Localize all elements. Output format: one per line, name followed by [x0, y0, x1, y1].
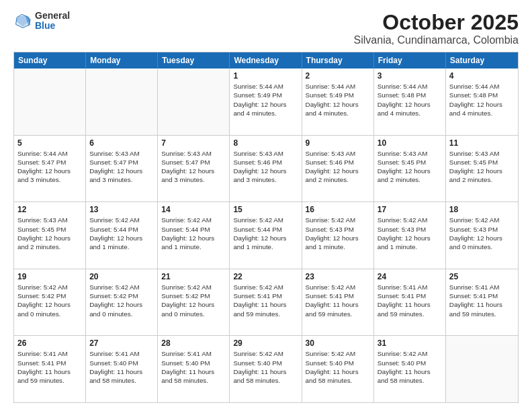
day-number: 1 [233, 71, 298, 81]
day-info: Sunrise: 5:42 AM Sunset: 5:41 PM Dayligh… [306, 283, 370, 318]
calendar-day-29: 29Sunrise: 5:42 AM Sunset: 5:40 PM Dayli… [230, 336, 302, 402]
day-info: Sunrise: 5:42 AM Sunset: 5:42 PM Dayligh… [161, 283, 226, 318]
header-day-monday: Monday [86, 52, 158, 68]
calendar-day-26: 26Sunrise: 5:41 AM Sunset: 5:41 PM Dayli… [14, 336, 86, 402]
day-info: Sunrise: 5:44 AM Sunset: 5:48 PM Dayligh… [378, 82, 442, 118]
day-info: Sunrise: 5:41 AM Sunset: 5:41 PM Dayligh… [449, 283, 515, 318]
logo-blue-text: Blue [35, 21, 70, 31]
day-number: 5 [17, 138, 82, 148]
day-number: 24 [378, 272, 442, 281]
calendar-day-1: 1Sunrise: 5:44 AM Sunset: 5:49 PM Daylig… [230, 68, 302, 135]
calendar-day-11: 11Sunrise: 5:43 AM Sunset: 5:45 PM Dayli… [446, 136, 518, 202]
day-number: 13 [89, 205, 154, 214]
day-info: Sunrise: 5:44 AM Sunset: 5:49 PM Dayligh… [233, 82, 298, 118]
header: General Blue October 2025 Silvania, Cund… [13, 11, 519, 46]
day-number: 15 [233, 205, 298, 214]
day-info: Sunrise: 5:43 AM Sunset: 5:45 PM Dayligh… [17, 216, 82, 251]
day-number: 12 [17, 205, 82, 214]
logo: General Blue [13, 11, 70, 32]
calendar-empty-cell [446, 336, 518, 402]
day-number: 23 [306, 272, 370, 281]
day-number: 4 [449, 71, 515, 81]
calendar-week-3: 12Sunrise: 5:43 AM Sunset: 5:45 PM Dayli… [14, 202, 518, 269]
calendar-day-16: 16Sunrise: 5:42 AM Sunset: 5:43 PM Dayli… [302, 202, 374, 269]
day-number: 31 [378, 338, 442, 348]
header-day-saturday: Saturday [446, 52, 518, 68]
calendar-day-5: 5Sunrise: 5:44 AM Sunset: 5:47 PM Daylig… [14, 136, 86, 202]
calendar-day-8: 8Sunrise: 5:43 AM Sunset: 5:46 PM Daylig… [230, 136, 302, 202]
day-info: Sunrise: 5:41 AM Sunset: 5:40 PM Dayligh… [89, 349, 154, 385]
calendar-day-31: 31Sunrise: 5:42 AM Sunset: 5:40 PM Dayli… [374, 336, 446, 402]
day-info: Sunrise: 5:42 AM Sunset: 5:44 PM Dayligh… [233, 216, 298, 251]
day-info: Sunrise: 5:43 AM Sunset: 5:45 PM Dayligh… [378, 149, 442, 185]
page-title: October 2025 [354, 11, 519, 34]
day-info: Sunrise: 5:44 AM Sunset: 5:49 PM Dayligh… [306, 82, 370, 118]
page-subtitle: Silvania, Cundinamarca, Colombia [354, 34, 519, 46]
calendar-day-13: 13Sunrise: 5:42 AM Sunset: 5:44 PM Dayli… [86, 202, 158, 269]
day-info: Sunrise: 5:42 AM Sunset: 5:40 PM Dayligh… [378, 349, 442, 385]
calendar-day-17: 17Sunrise: 5:42 AM Sunset: 5:43 PM Dayli… [374, 202, 446, 269]
day-info: Sunrise: 5:42 AM Sunset: 5:42 PM Dayligh… [89, 283, 154, 318]
calendar-day-2: 2Sunrise: 5:44 AM Sunset: 5:49 PM Daylig… [302, 68, 374, 135]
header-day-thursday: Thursday [302, 52, 374, 68]
calendar-day-27: 27Sunrise: 5:41 AM Sunset: 5:40 PM Dayli… [86, 336, 158, 402]
header-day-wednesday: Wednesday [230, 52, 302, 68]
day-number: 9 [306, 138, 370, 148]
day-number: 14 [161, 205, 226, 214]
day-number: 25 [449, 272, 515, 281]
day-number: 11 [449, 138, 515, 148]
calendar-week-5: 26Sunrise: 5:41 AM Sunset: 5:41 PM Dayli… [14, 336, 518, 402]
day-number: 27 [89, 338, 154, 348]
day-info: Sunrise: 5:42 AM Sunset: 5:43 PM Dayligh… [449, 216, 515, 251]
calendar: SundayMondayTuesdayWednesdayThursdayFrid… [13, 52, 519, 403]
calendar-day-6: 6Sunrise: 5:43 AM Sunset: 5:47 PM Daylig… [86, 136, 158, 202]
calendar-empty-cell [86, 68, 158, 135]
day-number: 16 [306, 205, 370, 214]
calendar-day-19: 19Sunrise: 5:42 AM Sunset: 5:42 PM Dayli… [14, 269, 86, 336]
day-info: Sunrise: 5:43 AM Sunset: 5:47 PM Dayligh… [89, 149, 154, 185]
day-info: Sunrise: 5:43 AM Sunset: 5:46 PM Dayligh… [233, 149, 298, 185]
day-info: Sunrise: 5:42 AM Sunset: 5:44 PM Dayligh… [89, 216, 154, 251]
day-info: Sunrise: 5:42 AM Sunset: 5:43 PM Dayligh… [306, 216, 370, 251]
logo-text: General Blue [35, 11, 70, 32]
day-number: 8 [233, 138, 298, 148]
day-number: 29 [233, 338, 298, 348]
day-number: 18 [449, 205, 515, 214]
day-info: Sunrise: 5:42 AM Sunset: 5:43 PM Dayligh… [378, 216, 442, 251]
calendar-week-1: 1Sunrise: 5:44 AM Sunset: 5:49 PM Daylig… [14, 68, 518, 136]
day-number: 2 [306, 71, 370, 81]
calendar-empty-cell [14, 68, 86, 135]
calendar-day-14: 14Sunrise: 5:42 AM Sunset: 5:44 PM Dayli… [158, 202, 230, 269]
calendar-day-10: 10Sunrise: 5:43 AM Sunset: 5:45 PM Dayli… [374, 136, 446, 202]
calendar-day-23: 23Sunrise: 5:42 AM Sunset: 5:41 PM Dayli… [302, 269, 374, 336]
calendar-week-4: 19Sunrise: 5:42 AM Sunset: 5:42 PM Dayli… [14, 269, 518, 336]
calendar-day-30: 30Sunrise: 5:42 AM Sunset: 5:40 PM Dayli… [302, 336, 374, 402]
day-number: 17 [378, 205, 442, 214]
calendar-day-4: 4Sunrise: 5:44 AM Sunset: 5:48 PM Daylig… [446, 68, 518, 135]
calendar-day-12: 12Sunrise: 5:43 AM Sunset: 5:45 PM Dayli… [14, 202, 86, 269]
day-info: Sunrise: 5:41 AM Sunset: 5:40 PM Dayligh… [161, 349, 226, 385]
calendar-header: SundayMondayTuesdayWednesdayThursdayFrid… [14, 52, 518, 68]
day-info: Sunrise: 5:43 AM Sunset: 5:45 PM Dayligh… [449, 149, 515, 185]
day-number: 30 [306, 338, 370, 348]
logo-general-text: General [35, 11, 70, 21]
calendar-day-25: 25Sunrise: 5:41 AM Sunset: 5:41 PM Dayli… [446, 269, 518, 336]
day-info: Sunrise: 5:42 AM Sunset: 5:44 PM Dayligh… [161, 216, 226, 251]
calendar-day-18: 18Sunrise: 5:42 AM Sunset: 5:43 PM Dayli… [446, 202, 518, 269]
day-number: 6 [89, 138, 154, 148]
day-info: Sunrise: 5:42 AM Sunset: 5:42 PM Dayligh… [17, 283, 82, 318]
calendar-day-9: 9Sunrise: 5:43 AM Sunset: 5:46 PM Daylig… [302, 136, 374, 202]
calendar-empty-cell [158, 68, 230, 135]
day-info: Sunrise: 5:43 AM Sunset: 5:46 PM Dayligh… [306, 149, 370, 185]
day-number: 7 [161, 138, 226, 148]
day-info: Sunrise: 5:41 AM Sunset: 5:41 PM Dayligh… [378, 283, 442, 318]
day-number: 20 [89, 272, 154, 281]
day-info: Sunrise: 5:42 AM Sunset: 5:40 PM Dayligh… [233, 349, 298, 385]
day-info: Sunrise: 5:43 AM Sunset: 5:47 PM Dayligh… [161, 149, 226, 185]
day-number: 21 [161, 272, 226, 281]
calendar-day-7: 7Sunrise: 5:43 AM Sunset: 5:47 PM Daylig… [158, 136, 230, 202]
page: General Blue October 2025 Silvania, Cund… [0, 0, 532, 411]
calendar-day-24: 24Sunrise: 5:41 AM Sunset: 5:41 PM Dayli… [374, 269, 446, 336]
day-number: 19 [17, 272, 82, 281]
day-info: Sunrise: 5:41 AM Sunset: 5:41 PM Dayligh… [17, 349, 82, 385]
